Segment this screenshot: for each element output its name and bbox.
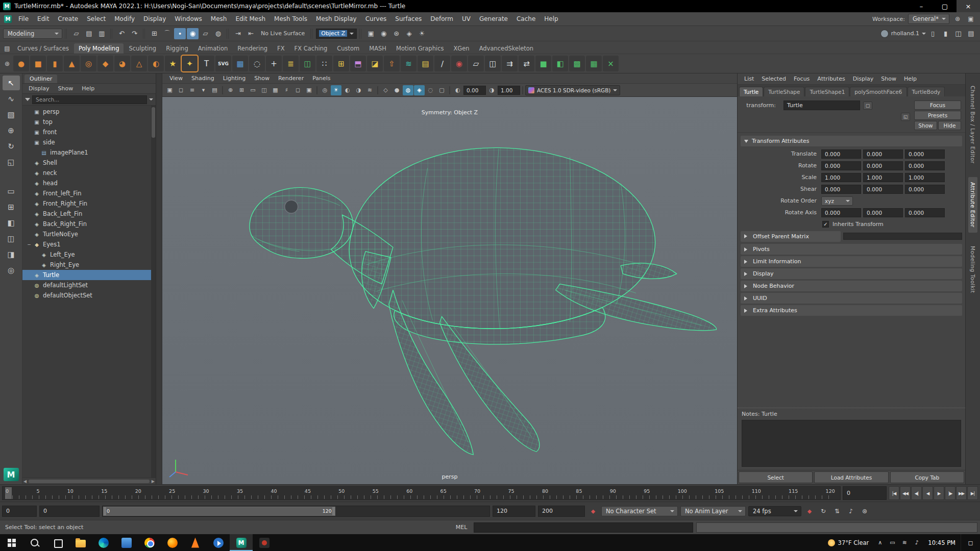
safe-action-icon[interactable]: ◻ — [292, 85, 303, 95]
textured-icon[interactable]: ◍ — [403, 85, 413, 95]
value-field-x[interactable]: 0.000 — [821, 149, 861, 159]
fps-dropdown[interactable]: 24 fps — [748, 506, 801, 516]
outliner-item[interactable]: ▤ imagePlane1 — [22, 147, 156, 158]
snap-point-icon[interactable]: ∙ — [174, 28, 186, 39]
value-field-y[interactable]: 0.000 — [863, 161, 903, 170]
outliner-item[interactable]: ◈ TurtleNoEye — [22, 229, 156, 239]
menu-item[interactable]: Mesh Display — [312, 14, 361, 24]
show-button[interactable]: Show — [914, 121, 937, 130]
uv-cut-sew-icon[interactable]: × — [603, 56, 619, 71]
pin-tab-icon[interactable]: ◱ — [901, 113, 910, 121]
redo-icon[interactable]: ↷ — [129, 28, 140, 39]
sound-icon[interactable]: ♪ — [845, 506, 856, 517]
playback-start-field[interactable]: 0 — [39, 506, 100, 517]
section-offset-parent-matrix[interactable]: Offset Parent Matrix — [741, 231, 841, 242]
shadows-icon[interactable]: ◐ — [342, 85, 353, 95]
mel-input[interactable] — [474, 522, 693, 533]
node-tab[interactable]: TurtleShape — [764, 87, 804, 96]
value-field-y[interactable]: 0.000 — [863, 185, 903, 194]
output-connections-icon[interactable]: ⇤ — [245, 28, 257, 39]
menu-item[interactable]: Mesh — [207, 14, 231, 24]
menu-item[interactable]: Select — [83, 14, 110, 24]
ipr-render-icon[interactable]: ◉ — [378, 28, 389, 39]
outliner-menu-item[interactable]: Show — [54, 84, 78, 93]
wireframe-icon[interactable]: ◇ — [380, 85, 391, 95]
render-icon[interactable]: ▣ — [365, 28, 377, 39]
menu-item[interactable]: Generate — [475, 14, 512, 24]
tab-channel-box[interactable]: Channel Box / Layer Editor — [968, 81, 977, 169]
attribute-editor-menu-item[interactable]: Show — [877, 74, 900, 83]
viewport-menu-item[interactable]: Show — [250, 74, 274, 83]
vlc-icon[interactable] — [184, 534, 207, 551]
node-tab[interactable]: polySmoothFace6 — [850, 87, 906, 96]
curve-pencil-tool-icon[interactable]: ✦ — [182, 56, 198, 71]
outliner-item[interactable]: ◈ Left_Eye — [22, 249, 156, 260]
poly-cone-icon[interactable]: ▲ — [64, 56, 80, 71]
menu-item[interactable]: Windows — [170, 14, 206, 24]
step-forward-key-button[interactable]: ▶▶ — [956, 486, 967, 500]
scroll-right-icon[interactable]: ▶ — [152, 479, 155, 484]
outliner-item[interactable]: ◈ head — [22, 178, 156, 188]
step-playback-icon[interactable]: ⇅ — [831, 506, 843, 517]
viewport-menu-item[interactable]: Lighting — [219, 74, 250, 83]
chevron-down-icon[interactable] — [149, 98, 153, 103]
edge-icon[interactable] — [92, 534, 115, 551]
gamma-field[interactable]: 1.00 — [498, 86, 520, 95]
insert-edge-loop-icon[interactable]: ◫ — [485, 56, 501, 71]
snap-grid-icon[interactable]: ⊞ — [149, 28, 160, 39]
combine-icon[interactable]: ≣ — [283, 56, 299, 71]
character-set-dropdown[interactable]: No Character Set — [601, 506, 678, 516]
menu-item[interactable]: Deform — [426, 14, 457, 24]
go-to-end-button[interactable]: ▶| — [967, 486, 978, 500]
offset-edge-loop-icon[interactable]: ⇉ — [502, 56, 518, 71]
outliner-item[interactable]: − ◆ Eyes1 — [22, 239, 156, 249]
rotate-order-dropdown[interactable]: xyz — [821, 196, 853, 206]
shelf-tab[interactable]: FX Caching — [290, 43, 332, 54]
isolate-select-icon[interactable]: ▢ — [436, 85, 447, 95]
select-camera-icon[interactable]: ▣ — [164, 85, 175, 95]
transform-name-field[interactable]: Turtle — [783, 101, 860, 110]
merge-vertices-icon[interactable]: ∷ — [316, 56, 332, 71]
shelf-tab[interactable]: Motion Graphics — [391, 43, 448, 54]
outliner-item[interactable]: ◈ Back_Left_Fin — [22, 209, 156, 219]
workspace-dropdown[interactable]: General* — [908, 14, 949, 24]
firefox-icon[interactable] — [161, 534, 184, 551]
extrude-icon[interactable]: ⇧ — [384, 56, 400, 71]
poly-platonic-icon[interactable]: △ — [131, 56, 147, 71]
extrude-face-icon[interactable]: ⬒ — [350, 56, 366, 71]
shelf-tab[interactable]: AdvancedSkeleton — [475, 43, 538, 54]
undo-icon[interactable]: ↶ — [116, 28, 128, 39]
value-field-y[interactable]: 0.000 — [863, 208, 903, 217]
value-field-x[interactable]: 0.000 — [821, 208, 861, 217]
attribute-editor-menu-item[interactable]: Focus — [790, 74, 813, 83]
animation-start-field[interactable]: 0 — [2, 506, 37, 517]
attribute-editor-menu-item[interactable]: List — [741, 74, 757, 83]
bookmarks-icon[interactable]: ▾ — [198, 85, 209, 95]
film-gate-icon[interactable]: ▭ — [248, 85, 258, 95]
poly-sphere-icon[interactable]: ● — [13, 56, 29, 71]
outliner-horizontal-scrollbar[interactable]: ◀ ▶ — [22, 478, 156, 484]
menu-item[interactable]: Edit — [33, 14, 53, 24]
collapsed-section[interactable]: Limit Information — [741, 256, 962, 267]
lock-camera-icon[interactable]: ◻ — [176, 85, 186, 95]
animation-prefs-gear-icon[interactable]: ⊛ — [859, 506, 870, 517]
render-settings-icon[interactable]: ⊛ — [390, 28, 402, 39]
scroll-left-icon[interactable]: ◀ — [23, 479, 27, 484]
attribute-editor-menu-item[interactable]: Selected — [758, 74, 790, 83]
step-back-key-button[interactable]: ◀◀ — [900, 486, 911, 500]
svg-tool-icon[interactable]: SVG — [215, 56, 231, 71]
lighting-icon[interactable]: ☀ — [331, 85, 341, 95]
app-icon-blue[interactable] — [115, 534, 138, 551]
media-player-icon[interactable] — [207, 534, 230, 551]
shelf-tab[interactable]: XGen — [449, 43, 474, 54]
motion-blur-icon[interactable]: ≋ — [364, 85, 375, 95]
shelf-menu-icon[interactable]: ▤ — [2, 43, 12, 54]
poly-cylinder-icon[interactable]: ▮ — [47, 56, 63, 71]
construction-circle-icon[interactable]: ◌ — [249, 56, 265, 71]
smooth-icon[interactable]: ≋ — [401, 56, 416, 71]
layout-two-pane[interactable]: ◫ — [3, 231, 20, 246]
sidebar-channel-toggle-icon[interactable]: ◫ — [952, 28, 964, 39]
smooth-shade-icon[interactable]: ● — [391, 85, 402, 95]
grid-icon[interactable]: ⊞ — [236, 85, 247, 95]
target-weld-icon[interactable]: ◉ — [451, 56, 467, 71]
